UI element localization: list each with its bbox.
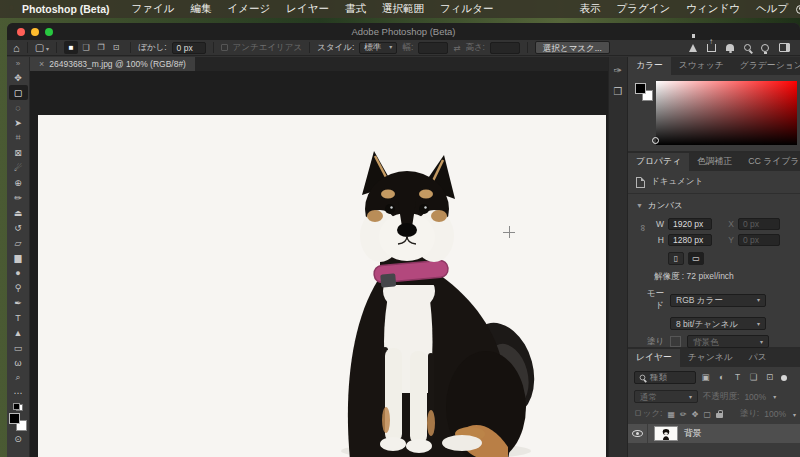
- window-close-button[interactable]: [17, 28, 25, 36]
- filter-toggle-icon[interactable]: [781, 375, 787, 381]
- layer-thumbnail[interactable]: [654, 426, 678, 441]
- canvas-image[interactable]: [38, 115, 606, 457]
- edit-toolbar-button[interactable]: ⋯: [9, 385, 28, 400]
- document-tab[interactable]: × 26493683_m.jpg @ 100% (RGB/8#): [30, 57, 195, 71]
- rectangle-tool[interactable]: ▭: [9, 340, 28, 355]
- foreground-color-swatch[interactable]: [9, 413, 20, 424]
- lasso-tool[interactable]: ◌: [9, 100, 28, 115]
- new-selection-button[interactable]: ■: [64, 41, 78, 54]
- move-tool[interactable]: ✥: [9, 70, 28, 85]
- menu-window[interactable]: ウィンドウ: [686, 2, 740, 16]
- tab-paths[interactable]: パス: [741, 349, 775, 367]
- close-tab-icon[interactable]: ×: [39, 59, 44, 69]
- hand-tool[interactable]: ω: [9, 355, 28, 370]
- tab-layers[interactable]: レイヤー: [628, 349, 680, 367]
- pixel-layers-filter-icon[interactable]: ▣: [699, 371, 712, 384]
- screen-record-icon[interactable]: [796, 5, 800, 14]
- color-picker-gradient[interactable]: [656, 81, 797, 145]
- link-dimensions-icon[interactable]: ∞: [638, 225, 648, 231]
- canvas-section-header[interactable]: ▼カンバス: [628, 197, 800, 216]
- default-colors-icon[interactable]: [13, 403, 23, 411]
- color-picker-marker[interactable]: [652, 137, 659, 144]
- frame-tool[interactable]: ⊠: [9, 145, 28, 160]
- eyedropper-tool[interactable]: ☄: [9, 160, 28, 175]
- tab-properties[interactable]: プロパティ: [628, 153, 689, 171]
- tab-color[interactable]: カラー: [628, 57, 671, 75]
- height-input[interactable]: [490, 42, 520, 54]
- menu-plugins[interactable]: プラグイン: [616, 2, 670, 16]
- window-zoom-button[interactable]: [45, 28, 53, 36]
- pen-tool[interactable]: ✒: [9, 295, 28, 310]
- menu-view[interactable]: 表示: [579, 2, 600, 16]
- bit-depth-select[interactable]: 8 bit/チャンネル▾: [670, 317, 766, 330]
- menu-edit[interactable]: 編集: [190, 2, 211, 16]
- color-mode-select[interactable]: RGB カラー▾: [670, 294, 766, 307]
- tab-adjustments[interactable]: 色調補正: [689, 153, 740, 171]
- menu-filter[interactable]: フィルター: [440, 2, 493, 16]
- collapse-tools-icon[interactable]: »: [16, 57, 20, 70]
- lock-paint-icon[interactable]: ✏: [680, 410, 687, 419]
- spot-healing-brush-tool[interactable]: ⊕: [9, 175, 28, 190]
- lock-artboard-icon[interactable]: ▢: [703, 410, 711, 419]
- menu-select[interactable]: 選択範囲: [382, 2, 424, 16]
- comment-panel-icon[interactable]: ✑: [614, 65, 622, 76]
- subtract-selection-button[interactable]: ❐: [94, 41, 108, 54]
- workspace-switcher-icon[interactable]: [779, 43, 790, 52]
- window-minimize-button[interactable]: [31, 28, 39, 36]
- menu-type[interactable]: 書式: [345, 2, 366, 16]
- path-selection-tool[interactable]: ▲: [9, 325, 28, 340]
- layer-filter-select[interactable]: 種類: [634, 371, 696, 384]
- layer-fill-value[interactable]: 100%: [764, 409, 786, 419]
- zoom-tool[interactable]: ⌕: [9, 370, 28, 385]
- blend-mode-select[interactable]: 通常▾: [634, 390, 698, 403]
- fill-select[interactable]: 背景色▾: [687, 335, 769, 348]
- rectangular-marquee-tool[interactable]: ▢: [9, 85, 28, 100]
- layer-row-background[interactable]: 背景: [628, 424, 800, 443]
- lock-position-icon[interactable]: ✥: [692, 410, 699, 419]
- portrait-orientation-button[interactable]: ▯: [668, 252, 684, 265]
- eraser-tool[interactable]: ▱: [9, 235, 28, 250]
- dodge-tool[interactable]: ⚲: [9, 280, 28, 295]
- landscape-orientation-button[interactable]: ▭: [688, 252, 704, 265]
- lock-all-icon[interactable]: [716, 413, 723, 418]
- tab-cc-libraries[interactable]: CC ライブラリ: [740, 153, 800, 171]
- intersect-selection-button[interactable]: ⊡: [109, 41, 123, 54]
- shape-layers-filter-icon[interactable]: ❏: [747, 371, 760, 384]
- blur-tool[interactable]: ●: [9, 265, 28, 280]
- menu-file[interactable]: ファイル: [132, 2, 175, 16]
- canvas-y-input[interactable]: 0 px: [738, 234, 780, 246]
- gradient-tool[interactable]: ▆: [9, 250, 28, 265]
- add-selection-button[interactable]: ❑: [79, 41, 93, 54]
- quick-mask-button[interactable]: ⊙: [14, 434, 22, 444]
- menu-layer[interactable]: レイヤー: [286, 2, 329, 16]
- menu-help[interactable]: ヘルプ: [756, 2, 788, 16]
- color-panel-swatches[interactable]: [635, 83, 653, 101]
- notifications-bell-icon[interactable]: [726, 44, 734, 51]
- object-selection-tool[interactable]: ➤: [9, 115, 28, 130]
- discover-lightbulb-icon[interactable]: [761, 44, 769, 52]
- select-and-mask-button[interactable]: 選択とマスク...: [535, 41, 610, 54]
- brush-tool[interactable]: ✏: [9, 190, 28, 205]
- type-layers-filter-icon[interactable]: T: [731, 371, 744, 384]
- collapsed-panels-icon[interactable]: ❒: [614, 86, 623, 97]
- tab-gradients[interactable]: グラデーション: [732, 57, 800, 75]
- crop-tool[interactable]: ⌗: [9, 130, 28, 145]
- search-icon[interactable]: [744, 44, 751, 51]
- home-icon[interactable]: ⌂: [13, 41, 20, 55]
- beta-feedback-flask-icon[interactable]: [689, 44, 697, 52]
- clone-stamp-tool[interactable]: ⏏: [9, 205, 28, 220]
- canvas-height-input[interactable]: 1280 px: [668, 234, 712, 246]
- menu-image[interactable]: イメージ: [227, 2, 270, 16]
- lock-transparency-icon[interactable]: ▦: [667, 410, 675, 419]
- feather-input[interactable]: 0 px: [172, 42, 206, 54]
- fill-color-swatch[interactable]: [670, 336, 681, 347]
- type-tool[interactable]: T: [9, 310, 28, 325]
- history-brush-tool[interactable]: ↺: [9, 220, 28, 235]
- canvas-x-input[interactable]: 0 px: [738, 218, 780, 230]
- foreground-color-swatch[interactable]: [635, 83, 646, 94]
- width-input[interactable]: [418, 42, 448, 54]
- foreground-background-swatches[interactable]: [9, 413, 27, 431]
- antialias-checkbox[interactable]: [221, 44, 228, 51]
- menu-app-name[interactable]: Photoshop (Beta): [22, 3, 110, 15]
- layer-visibility-cell[interactable]: [628, 424, 648, 443]
